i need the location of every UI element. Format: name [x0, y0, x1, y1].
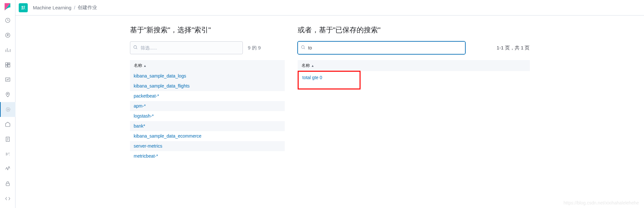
content: 基于"新搜索"，选择"索引" 9 的 9 名称 ▲ kibana_sample_… [15, 16, 644, 208]
index-row[interactable]: kibana_sample_data_flights [130, 81, 285, 91]
space-selector[interactable]: 默 [19, 3, 28, 12]
nav-uptime[interactable] [0, 161, 15, 176]
index-row[interactable]: metricbeat-* [130, 151, 285, 161]
topbar: 默 Machine Learning / 创建作业 [15, 0, 644, 16]
breadcrumb-separator: / [74, 5, 75, 10]
column-name-label: 名称 [134, 63, 142, 68]
main-area: 默 Machine Learning / 创建作业 基于"新搜索"，选择"索引"… [15, 0, 644, 208]
kibana-logo[interactable] [4, 3, 12, 11]
svg-rect-3 [8, 63, 10, 64]
svg-point-9 [6, 108, 10, 111]
saved-search-pagination: 1-1 页，共 1 页 [497, 45, 530, 51]
highlighted-result: total gte 0 [298, 71, 361, 89]
saved-search-table: 名称 ▲ total gte 0 [298, 60, 530, 89]
saved-search-filter-input[interactable] [298, 41, 465, 54]
index-row[interactable]: server-metrics [130, 141, 285, 151]
nav-dev-tools[interactable] [0, 191, 15, 206]
left-sidebar [0, 0, 15, 208]
index-filter-input[interactable] [130, 41, 243, 54]
nav-machine-learning[interactable] [0, 102, 15, 117]
saved-search-panel-title: 或者，基于"已保存的搜索" [298, 25, 530, 35]
saved-search-row[interactable]: total gte 0 [302, 75, 322, 80]
index-row[interactable]: apm-* [130, 101, 285, 111]
index-row[interactable]: kibana_sample_data_logs [130, 71, 285, 81]
index-row[interactable]: kibana_sample_data_ecommerce [130, 131, 285, 141]
sort-ascending-icon: ▲ [311, 64, 314, 68]
svg-point-1 [5, 33, 10, 37]
column-name-label: 名称 [302, 63, 310, 68]
nav-logs[interactable] [0, 132, 15, 147]
nav-apm[interactable] [0, 147, 15, 161]
svg-rect-5 [5, 65, 7, 67]
nav-discover[interactable] [0, 28, 15, 43]
breadcrumb: Machine Learning / 创建作业 [33, 5, 97, 11]
index-row[interactable]: bank* [130, 121, 285, 131]
nav-recently-viewed[interactable] [0, 13, 15, 28]
svg-point-7 [7, 93, 8, 95]
index-search-box [130, 41, 243, 54]
saved-search-panel: 或者，基于"已保存的搜索" 1-1 页，共 1 页 名称 ▲ total gte… [298, 25, 530, 208]
index-row[interactable]: packetbeat-* [130, 91, 285, 101]
svg-point-8 [7, 109, 9, 110]
breadcrumb-current: 创建作业 [78, 5, 97, 11]
index-table-header[interactable]: 名称 ▲ [130, 60, 285, 71]
nav-infrastructure[interactable] [0, 117, 15, 132]
index-row[interactable]: logstash-* [130, 111, 285, 121]
nav-visualize[interactable] [0, 43, 15, 57]
svg-rect-11 [6, 183, 9, 186]
saved-search-table-header[interactable]: 名称 ▲ [298, 60, 530, 71]
svg-rect-2 [5, 63, 7, 65]
saved-search-box [298, 41, 465, 54]
index-panel: 基于"新搜索"，选择"索引" 9 的 9 名称 ▲ kibana_sample_… [130, 25, 285, 208]
index-count: 9 的 9 [248, 45, 261, 51]
nav-canvas[interactable] [0, 72, 15, 87]
breadcrumb-root[interactable]: Machine Learning [33, 5, 71, 10]
nav-siem[interactable] [0, 176, 15, 191]
index-table: 名称 ▲ kibana_sample_data_logs kibana_samp… [130, 60, 285, 161]
nav-maps[interactable] [0, 87, 15, 102]
nav-dashboard[interactable] [0, 57, 15, 72]
index-panel-title: 基于"新搜索"，选择"索引" [130, 25, 285, 35]
svg-rect-4 [8, 65, 10, 67]
sort-ascending-icon: ▲ [144, 64, 147, 68]
